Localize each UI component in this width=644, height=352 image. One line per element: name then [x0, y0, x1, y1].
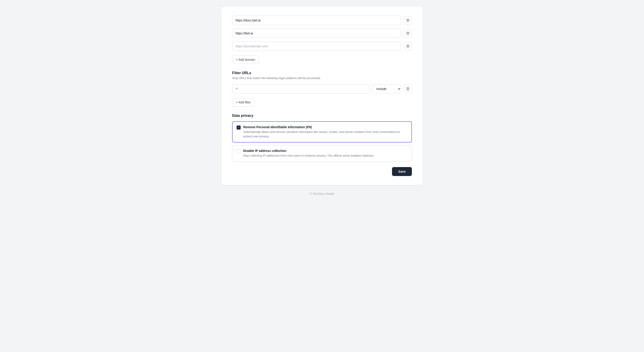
disable-ip-title: Disable IP address collection [243, 149, 408, 153]
remove-pii-checkbox[interactable] [236, 126, 240, 130]
disable-ip-checkbox[interactable] [236, 149, 240, 153]
disable-ip-desc: Stop collecting IP addresses from chat u… [243, 154, 408, 158]
add-filter-button[interactable]: + Add filter [232, 98, 255, 107]
data-privacy-title: Data privacy [232, 114, 412, 118]
filter-row-1: Include Exclude [232, 84, 412, 94]
disable-ip-content: Disable IP address collection Stop colle… [243, 149, 408, 158]
domain-list [232, 16, 412, 51]
footer-text: © TechDocs Studio [310, 192, 334, 195]
settings-card: + Add domain Filter URLs Only URLs that … [222, 7, 422, 185]
data-privacy-section: Data privacy Remove Personal Identifiabl… [232, 114, 412, 162]
trash-icon [406, 87, 410, 91]
domain-row-3 [232, 41, 412, 51]
trash-icon [406, 31, 410, 35]
delete-domain-2-button[interactable] [404, 29, 412, 37]
domain-input-1[interactable] [232, 16, 401, 25]
filter-urls-section: Filter URLs Only URLs that match the fol… [232, 71, 412, 114]
trash-icon [406, 44, 410, 48]
filter-type-select[interactable]: Include Exclude [372, 84, 401, 93]
domain-row-1 [232, 16, 412, 25]
footer: © TechDocs Studio [310, 192, 334, 195]
add-domain-label: + Add domain [236, 58, 255, 61]
remove-pii-title: Remove Personal Identifiable Information… [243, 125, 408, 129]
delete-filter-button[interactable] [404, 85, 412, 93]
remove-pii-content: Remove Personal Identifiable Information… [243, 125, 408, 139]
filter-urls-desc: Only URLs that match the following regex… [232, 76, 412, 80]
delete-domain-3-button[interactable] [404, 42, 412, 50]
disable-ip-option[interactable]: Disable IP address collection Stop colle… [232, 145, 412, 162]
filter-urls-title: Filter URLs [232, 71, 412, 75]
filter-pattern-input[interactable] [232, 84, 370, 94]
save-button[interactable]: Save [392, 167, 412, 176]
add-filter-label: + Add filter [236, 101, 251, 104]
domain-input-3[interactable] [232, 41, 401, 51]
remove-pii-desc: Automatically detect and remove sensitiv… [243, 130, 408, 139]
remove-pii-option[interactable]: Remove Personal Identifiable Information… [232, 121, 412, 143]
domain-row-2 [232, 29, 412, 38]
domain-input-2[interactable] [232, 29, 401, 38]
save-row: Save [232, 167, 412, 176]
add-domain-button[interactable]: + Add domain [232, 55, 259, 64]
trash-icon [406, 18, 410, 22]
delete-domain-1-button[interactable] [404, 16, 412, 24]
